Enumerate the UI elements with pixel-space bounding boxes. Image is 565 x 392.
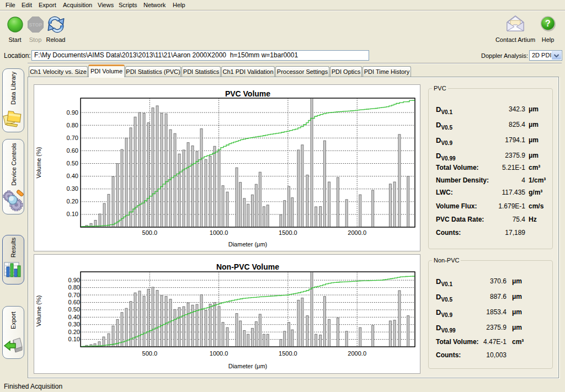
svg-text:1000.0: 1000.0 — [210, 229, 228, 236]
svg-text:1500.0: 1500.0 — [279, 350, 297, 357]
svg-text:0.90: 0.90 — [67, 109, 78, 116]
svg-text:Volume (%): Volume (%) — [35, 296, 42, 327]
svg-text:0.80: 0.80 — [67, 122, 78, 128]
svg-text:0.70: 0.70 — [68, 292, 80, 298]
svg-text:0.70: 0.70 — [67, 135, 78, 141]
svg-text:0.10: 0.10 — [68, 336, 80, 342]
svg-text:Volume (%): Volume (%) — [35, 147, 42, 179]
svg-text:0.80: 0.80 — [68, 284, 80, 291]
svg-text:2000.0: 2000.0 — [348, 229, 366, 236]
svg-text:1500.0: 1500.0 — [279, 229, 297, 236]
svg-text:STOP: STOP — [29, 22, 42, 28]
svg-text:?: ? — [545, 19, 551, 28]
svg-text:0.30: 0.30 — [67, 185, 78, 192]
svg-text:0.50: 0.50 — [67, 160, 78, 167]
svg-text:0.20: 0.20 — [67, 198, 78, 205]
svg-text:0.60: 0.60 — [68, 299, 80, 305]
svg-text:PVC Volume: PVC Volume — [225, 89, 270, 98]
svg-text:Diameter (μm): Diameter (μm) — [228, 241, 268, 248]
svg-text:1000.0: 1000.0 — [210, 350, 228, 357]
svg-text:0.40: 0.40 — [67, 173, 78, 179]
svg-text:0.10: 0.10 — [67, 211, 78, 217]
svg-text:Diameter (μm): Diameter (μm) — [228, 363, 268, 369]
svg-text:0.50: 0.50 — [68, 306, 80, 313]
svg-text:0.90: 0.90 — [68, 277, 80, 283]
svg-text:2000.0: 2000.0 — [348, 350, 366, 357]
svg-text:0.60: 0.60 — [67, 147, 78, 154]
svg-text:Non-PVC Volume: Non-PVC Volume — [216, 262, 279, 271]
svg-text:0.20: 0.20 — [68, 329, 80, 335]
svg-text:0.30: 0.30 — [68, 321, 80, 327]
svg-text:500.0: 500.0 — [142, 229, 158, 236]
svg-text:500.0: 500.0 — [142, 350, 158, 357]
svg-text:0.40: 0.40 — [68, 314, 80, 320]
